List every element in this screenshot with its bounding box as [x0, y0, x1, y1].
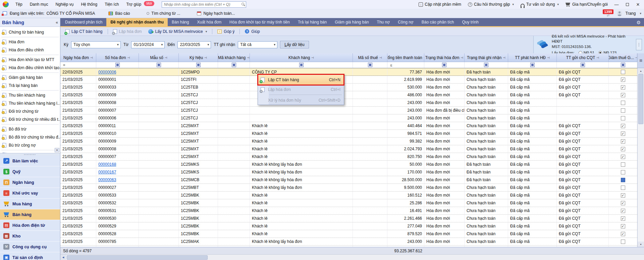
tax-reduction-checkbox[interactable]: ✓ — [621, 147, 625, 151]
posting-date-button[interactable]: Ngày hạch toán... — [194, 10, 238, 17]
column-header-10[interactable]: Trạng thái ghi nhận⊣ — [465, 53, 508, 62]
column-header-1[interactable]: Ngày hóa đơn⊣ — [60, 53, 96, 62]
column-filter-cell[interactable] — [218, 62, 250, 68]
tax-reduction-checkbox[interactable] — [621, 240, 625, 244]
feature-search-input[interactable] — [162, 1, 246, 8]
column-filter-cell[interactable] — [609, 62, 637, 68]
context-menu-item-2[interactable]: Lập hóa đơnCtrl+I — [258, 85, 344, 94]
tab-công-nợ[interactable]: Công nợ — [394, 18, 418, 26]
table-row[interactable]: 21/03/2025000000631C25MCBKhách lẻ không … — [60, 176, 637, 184]
table-row[interactable]: 21/03/2025000000081C25MXTKhách lẻ2.024.7… — [60, 145, 637, 153]
sidebar-scroll-down-button[interactable]: ▼ — [55, 148, 59, 152]
company-name[interactable]: CÔNG TY CỔ PHẦN MISA — [46, 11, 95, 16]
menu-system[interactable]: Hệ thống — [77, 1, 101, 8]
column-filter-cell[interactable] — [139, 62, 179, 68]
module-warehouse[interactable]: ▦Kho — [0, 231, 60, 242]
invoice-number-link[interactable]: 00000168 — [98, 162, 116, 167]
close-button[interactable]: ✕ — [633, 1, 643, 8]
scroll-up-button[interactable]: ▲ — [638, 68, 644, 73]
column-header-7[interactable]: Mã số thuế⊣ — [353, 53, 387, 62]
menu-utilities[interactable]: Tiện ích — [101, 1, 122, 8]
tab-dashboard-phân-tích[interactable]: Dashboard phân tích — [61, 18, 106, 26]
column-header-9[interactable]: Trạng thái hóa đơn⊣ — [424, 53, 465, 62]
pin-icon[interactable]: ⊣ — [461, 56, 463, 59]
create-sales-voucher-button[interactable]: Lập CT bán hàng — [62, 28, 106, 35]
update-software-link[interactable]: ↓ Cập nhật phần mềm — [416, 1, 464, 8]
table-row[interactable]: 21/03/2025000001671C25MKSKhách lẻ không … — [60, 168, 637, 176]
filter-box-icon[interactable] — [621, 63, 625, 67]
chevron-down-icon[interactable]: ▼ — [206, 42, 211, 48]
table-row[interactable]: 21/03/2025000000071C25MXTKhách lẻ820.750… — [60, 153, 637, 161]
menu-help[interactable]: Trợ giúp — [123, 1, 145, 8]
chevron-down-icon[interactable]: ▼ — [272, 42, 277, 48]
renew-package-link[interactable]: Gia hạn/Chuyển gói — [563, 1, 610, 8]
menu-catalog[interactable]: Danh mục — [26, 1, 52, 8]
table-row[interactable]: 21/03/2025000005281C25MBKKhách lẻ879.520… — [60, 230, 637, 238]
load-data-button[interactable]: Lấy dữ liệu — [280, 41, 309, 48]
tax-reduction-checkbox[interactable] — [621, 70, 625, 74]
invoice-number-link[interactable]: 00000167 — [98, 170, 116, 174]
record-status-combo[interactable]: Tất cả▼ — [238, 41, 277, 48]
sidebar-item[interactable]: Chứng từ bán hàng — [0, 28, 60, 36]
filter-box-icon[interactable] — [232, 63, 236, 67]
tax-reduction-checkbox[interactable] — [621, 116, 625, 120]
tax-reduction-checkbox[interactable] — [621, 178, 625, 182]
gear-icon[interactable]: ⚙ — [636, 20, 644, 26]
table-row[interactable]: 21/03/2025000005311C25MBKKhách lẻ16.491H… — [60, 207, 637, 215]
user-name[interactable]: Trang — [626, 11, 636, 16]
tax-reduction-checkbox[interactable]: ✓ — [621, 85, 625, 90]
sidebar-item[interactable]: Đối trừ chứng từ nhiều đối t... — [0, 115, 60, 123]
sidebar-item[interactable]: Hóa đơn điều chỉnh — [0, 46, 60, 54]
vertical-scrollbar[interactable]: ⊞ ▲ ▼ — [637, 53, 644, 247]
tab-quy-trình[interactable]: Quy trình — [458, 18, 483, 26]
column-filter-cell[interactable] — [250, 62, 353, 68]
table-row[interactable]: 21/03/2025000000111C25MXTKhách lẻ440.464… — [60, 122, 637, 130]
tab-xuất-hóa-đơn[interactable]: Xuất hóa đơn — [193, 18, 225, 26]
vertical-scroll-thumb[interactable] — [638, 74, 643, 124]
sidebar-item[interactable]: Bỏ đối trừ chứng từ nhiều đ... — [0, 133, 60, 141]
table-row[interactable]: 22/03/2025000000061C25MPOCÔNG TY CP77.36… — [60, 68, 637, 76]
column-header-5[interactable]: Mã khách hàng⊣ — [218, 53, 250, 62]
connection-more-button[interactable]: ⋮ — [636, 39, 642, 50]
tax-reduction-checkbox[interactable] — [621, 108, 625, 113]
module-loan[interactable]: ≡Khế ước vay — [0, 188, 60, 199]
pin-icon[interactable]: ⊣ — [247, 56, 250, 59]
filter-box-icon[interactable] — [581, 63, 585, 67]
table-row[interactable]: 21/03/2025000005301C25MBKKhách lẻ2.261.4… — [60, 215, 637, 222]
column-filter-cell[interactable] — [179, 62, 218, 68]
column-filter-cell[interactable] — [353, 62, 387, 68]
tax-reduction-checkbox[interactable]: ✓ — [621, 209, 625, 213]
filter-box-icon[interactable] — [442, 63, 446, 67]
tax-reduction-checkbox[interactable]: ✓ — [621, 77, 625, 82]
tab-thu-nợ[interactable]: Thu nợ — [373, 18, 394, 26]
table-row[interactable]: 21/03/2025000000091C25TCJ486.000Hóa đơn … — [60, 91, 637, 99]
sidebar-splitter[interactable]: ▪▪▪▪▪▪▪▪ — [0, 153, 60, 156]
pin-icon[interactable]: ⊣ — [379, 56, 382, 59]
pin-icon[interactable]: ⊣ — [204, 56, 207, 59]
tab-báo-cáo-phân-tích[interactable]: Báo cáo phân tích — [418, 18, 458, 26]
sidebar-item[interactable]: Hóa đơn điều chỉnh khởi tạo... — [0, 64, 60, 72]
pin-icon[interactable]: ⊣ — [503, 56, 505, 59]
module-dashboard[interactable]: ↗Bàn làm việc — [0, 156, 60, 166]
chevron-down-icon[interactable]: ▾ — [640, 12, 641, 15]
table-row[interactable]: 21/03/2025000007851C25MAKKhách lẻ không … — [60, 238, 637, 246]
table-row[interactable]: 21/03/2025000005331C25MBKKhách lẻ160.512… — [60, 192, 637, 199]
module-cash[interactable]: $Quỹ — [0, 166, 60, 177]
pin-icon[interactable]: ⊣ — [635, 56, 637, 59]
sidebar-item[interactable]: Thu tiền khách hàng hàng l... — [0, 99, 60, 107]
column-header-11[interactable]: TT phát hành HĐ⊣ — [508, 53, 557, 62]
tax-reduction-checkbox[interactable]: ✓ — [621, 193, 625, 198]
column-filter-cell[interactable] — [96, 62, 139, 68]
minimize-button[interactable]: — — [612, 1, 621, 8]
sidebar-item[interactable]: Đối trừ chứng từ — [0, 107, 60, 115]
pin-icon[interactable]: ⊣ — [311, 56, 314, 59]
table-row[interactable]: 21/03/2025000005291C25MBKKhách lẻ277.049… — [60, 222, 637, 230]
column-chooser-button[interactable]: ⊞ — [638, 53, 644, 68]
sidebar-item[interactable]: Thu tiền khách hàng — [0, 91, 60, 99]
report-button[interactable]: Báo cáo — [105, 10, 133, 17]
column-header-6[interactable]: Khách hàng⊣ — [250, 53, 353, 62]
column-filter-cell[interactable] — [557, 62, 609, 68]
filter-box-icon[interactable] — [299, 63, 304, 67]
tax-reduction-checkbox[interactable]: ✓ — [621, 232, 625, 236]
filter-box-icon[interactable] — [115, 63, 120, 67]
